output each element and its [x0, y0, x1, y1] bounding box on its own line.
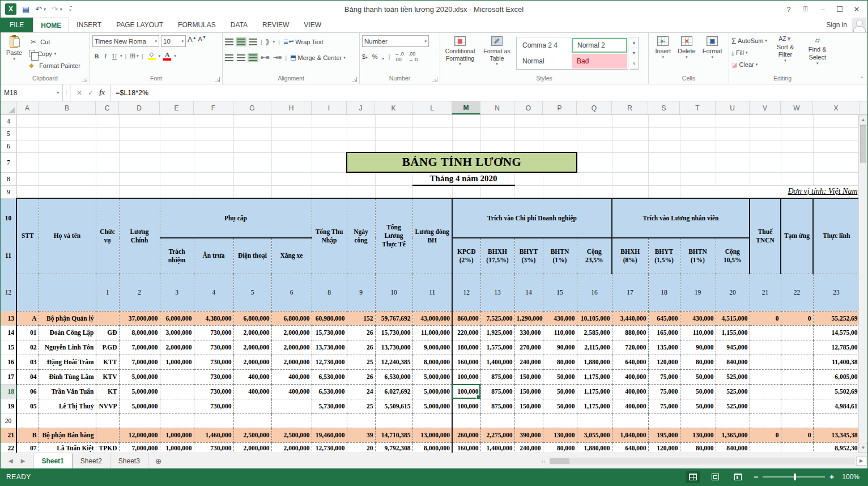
cell[interactable]: [577, 185, 612, 198]
cell[interactable]: [233, 413, 271, 428]
cell[interactable]: 6,027,692: [375, 384, 412, 399]
cell[interactable]: [233, 115, 271, 127]
comma-button[interactable]: ,: [382, 53, 384, 60]
cell[interactable]: Đoàn Công Lập: [39, 325, 96, 340]
cell[interactable]: 07: [16, 442, 39, 453]
cell[interactable]: [452, 127, 480, 140]
cell[interactable]: 120,000: [648, 355, 680, 369]
cell[interactable]: [194, 127, 233, 140]
cell[interactable]: [750, 325, 781, 340]
cell[interactable]: 2,500,000: [233, 428, 271, 442]
align-left-icon[interactable]: [225, 54, 233, 61]
style-comma-2-4[interactable]: Comma 2 4: [517, 38, 571, 53]
cell[interactable]: 1,460,000: [194, 428, 233, 442]
cell[interactable]: 150,000: [514, 399, 543, 413]
cell[interactable]: [312, 413, 347, 428]
column-header-T[interactable]: T: [680, 101, 716, 114]
cell[interactable]: 165,000: [648, 325, 680, 340]
cell[interactable]: [39, 413, 96, 428]
cell[interactable]: 50,000: [543, 384, 577, 399]
column-header-P[interactable]: P: [543, 101, 577, 114]
format-cells-button[interactable]: ▣ Format▾: [701, 35, 724, 73]
cell[interactable]: 2,275,000: [480, 428, 514, 442]
cell[interactable]: BHYT (3%): [514, 238, 543, 274]
cell[interactable]: 730,000: [194, 340, 233, 355]
column-header-I[interactable]: I: [312, 101, 347, 114]
cell[interactable]: [514, 185, 543, 198]
cell[interactable]: 945,000: [716, 340, 750, 355]
cell[interactable]: BẢNG TÍNH LƯƠNG: [347, 152, 577, 172]
cell[interactable]: [375, 413, 412, 428]
cell[interactable]: [680, 413, 716, 428]
cell[interactable]: 1,290,000: [514, 311, 543, 325]
cell[interactable]: [716, 140, 750, 152]
cell[interactable]: [543, 185, 577, 198]
cell[interactable]: [750, 384, 781, 399]
hscroll-right-icon[interactable]: ▶: [856, 457, 866, 466]
cell[interactable]: 6,530,000: [312, 384, 347, 399]
cell[interactable]: 645,000: [648, 311, 680, 325]
customize-qat-icon[interactable]: ⌄̄: [68, 6, 73, 12]
redo-dropdown-icon[interactable]: ▾: [60, 7, 62, 12]
cell[interactable]: 05: [16, 399, 39, 413]
cell[interactable]: [412, 127, 452, 140]
cell[interactable]: BHYT (1,5%): [648, 238, 680, 274]
cell[interactable]: [233, 185, 271, 198]
cell[interactable]: [16, 185, 39, 198]
increase-decimal-button[interactable]: ←.0.00: [394, 51, 404, 62]
cell[interactable]: [312, 172, 347, 185]
cell[interactable]: [412, 185, 452, 198]
cell[interactable]: 730,000: [194, 355, 233, 369]
cell[interactable]: 7,000,000: [119, 355, 160, 369]
cell[interactable]: 400,000: [271, 384, 312, 399]
cell[interactable]: 3,055,000: [577, 428, 612, 442]
cell[interactable]: [312, 185, 347, 198]
sort-filter-button[interactable]: AZ▼ Sort & Filter▾: [771, 35, 800, 73]
cell[interactable]: [781, 140, 813, 152]
alignment-dialog-launcher[interactable]: [352, 77, 357, 82]
cell[interactable]: 240,000: [514, 355, 543, 369]
avatar[interactable]: [852, 18, 866, 32]
cell[interactable]: 840,000: [716, 355, 750, 369]
cell[interactable]: Phụ cấp: [160, 198, 312, 238]
cell[interactable]: [375, 115, 412, 127]
cell[interactable]: 8,000,000: [119, 325, 160, 340]
cell[interactable]: 160,000: [452, 442, 480, 453]
row-header-20[interactable]: 20: [1, 413, 16, 428]
cell[interactable]: [716, 172, 750, 185]
decrease-decimal-button[interactable]: .00→.0: [409, 51, 418, 62]
cell[interactable]: 7,000,000: [119, 442, 160, 453]
cell[interactable]: [648, 140, 680, 152]
cell[interactable]: [750, 340, 781, 355]
cell[interactable]: 26: [347, 340, 375, 355]
row-header-22[interactable]: 22: [1, 442, 16, 453]
cell[interactable]: [781, 172, 813, 185]
cell[interactable]: 22: [781, 274, 813, 311]
cell[interactable]: 8,952,30: [813, 442, 858, 453]
cell[interactable]: [347, 127, 375, 140]
cell[interactable]: [543, 172, 577, 185]
cell[interactable]: 100,000: [452, 369, 480, 384]
cell[interactable]: 1,880,000: [577, 355, 612, 369]
cell[interactable]: [160, 127, 194, 140]
cell[interactable]: Tạm ứng: [781, 198, 813, 274]
cell[interactable]: 10: [375, 274, 412, 311]
cell[interactable]: 15: [543, 274, 577, 311]
cell[interactable]: [194, 413, 233, 428]
cell[interactable]: Xăng xe: [271, 238, 312, 274]
cell[interactable]: 6,530,000: [312, 369, 347, 384]
cell[interactable]: 525,000: [716, 399, 750, 413]
cell[interactable]: [514, 413, 543, 428]
cell[interactable]: 730,000: [194, 384, 233, 399]
cell[interactable]: [813, 140, 858, 152]
row-header-9[interactable]: 9: [1, 185, 16, 198]
cell[interactable]: 2,000,000: [233, 325, 271, 340]
merge-center-button[interactable]: ⬒Merge & Center▾: [290, 54, 346, 61]
cell[interactable]: [347, 140, 375, 152]
cell[interactable]: [680, 115, 716, 127]
cell[interactable]: 730,000: [194, 442, 233, 453]
cell[interactable]: 90,000: [543, 340, 577, 355]
cell[interactable]: 240,000: [514, 442, 543, 453]
cell[interactable]: 640,000: [612, 355, 648, 369]
cell[interactable]: [233, 172, 271, 185]
